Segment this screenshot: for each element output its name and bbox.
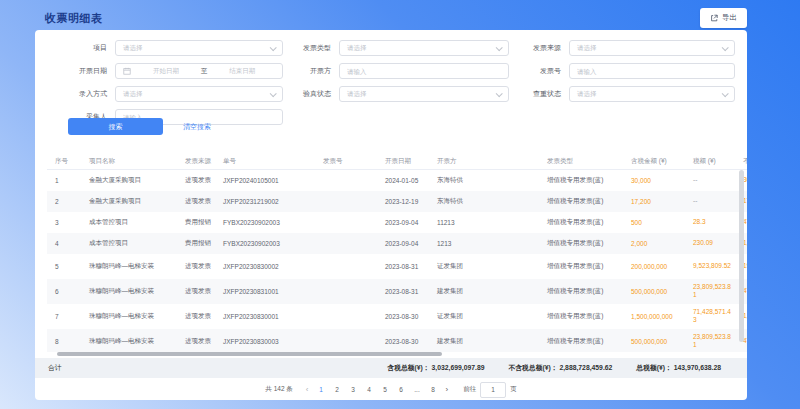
column-header: 项目名称 — [81, 154, 177, 170]
page-button[interactable]: 3 — [347, 386, 358, 393]
dup-status-select[interactable]: 请选择 — [569, 86, 735, 102]
entry-method-select[interactable]: 请选择 — [115, 86, 283, 102]
cell-date: 2023-09-04 — [377, 212, 429, 233]
page-button[interactable]: 1 — [315, 386, 326, 393]
cell-project: 珠穆朗玛峰—电梯安装 — [81, 279, 177, 304]
invoice-table-container: 序号项目名称发票来源单号发票号开票日期开票方发票类型含税金额 (¥)税额 (¥)… — [47, 154, 747, 352]
export-button[interactable]: 导出 — [700, 8, 747, 28]
column-header: 单号 — [215, 154, 315, 170]
chevron-down-icon — [270, 90, 277, 97]
cell-type: 增值税专用发票(蓝) — [539, 279, 623, 304]
table-row: 3成本管控项目费用报销FYBX202309020032023-09-041121… — [47, 212, 747, 233]
prev-page-button[interactable]: ‹ — [304, 386, 311, 394]
invoice-source-select[interactable]: 请选择 — [569, 40, 735, 56]
cell-date: 2024-01-05 — [377, 170, 429, 191]
column-header: 发票来源 — [177, 154, 215, 170]
pagination-bar: 共 142 条 ‹ 123456...8 › 前往 页 — [35, 381, 747, 398]
cell-no: 6 — [47, 279, 81, 304]
cell-date: 2023-09-04 — [377, 233, 429, 254]
invoice-type-select[interactable]: 请选择 — [339, 40, 509, 56]
top-bar: 收票明细表 导出 — [45, 7, 747, 29]
search-button[interactable]: 搜索 — [68, 118, 163, 135]
cell-source: 进项发票 — [177, 254, 215, 279]
cell-type: 增值税专用发票(蓝) — [539, 304, 623, 329]
invoice-date-range-picker[interactable]: 开始日期 至 结束日期 — [115, 63, 283, 79]
goto-page-input[interactable] — [480, 382, 506, 398]
cell-invoice_no — [315, 170, 377, 191]
cell-date: 2023-12-19 — [377, 191, 429, 212]
page-button[interactable]: 8 — [427, 386, 438, 393]
cell-tax: 28.3 — [685, 212, 735, 233]
summary-totals: 含税总额(¥)： 3,032,699,097.89不含税总额(¥)： 2,888… — [387, 363, 721, 373]
cell-tax: 23,809,523.81 — [685, 329, 735, 353]
cell-tax: 23,809,523.81 — [685, 279, 735, 304]
cell-type: 增值税专用发票(蓝) — [539, 254, 623, 279]
horizontal-scrollbar — [47, 352, 747, 357]
invoice-no-label: 发票号 — [509, 66, 569, 76]
column-header: 不含税金额 (¥) — [735, 154, 747, 170]
chevron-down-icon — [722, 90, 729, 97]
column-header: 发票号 — [315, 154, 377, 170]
table-row: 5珠穆朗玛峰—电梯安装进项发票JXFP202308300022023-08-31… — [47, 254, 747, 279]
next-page-button[interactable]: › — [443, 386, 450, 394]
cell-project: 珠穆朗玛峰—电梯安装 — [81, 329, 177, 353]
cell-source: 费用报销 — [177, 212, 215, 233]
cell-source: 进项发票 — [177, 170, 215, 191]
page-title: 收票明细表 — [45, 11, 103, 26]
cell-date: 2023-08-30 — [377, 304, 429, 329]
cell-order_no: JXFP20230830001 — [215, 304, 315, 329]
cell-type: 增值税专用发票(蓝) — [539, 191, 623, 212]
pagination-total-count: 共 142 条 — [265, 385, 292, 394]
cell-type: 增值税专用发票(蓝) — [539, 233, 623, 254]
page-button[interactable]: 4 — [363, 386, 374, 393]
cell-no: 5 — [47, 254, 81, 279]
cell-invoice_no — [315, 254, 377, 279]
cell-no: 8 — [47, 329, 81, 353]
cell-project: 金融大厦采购项目 — [81, 191, 177, 212]
table-row: 7珠穆朗玛峰—电梯安装进项发票JXFP202308300012023-08-30… — [47, 304, 747, 329]
column-header: 税额 (¥) — [685, 154, 735, 170]
column-header: 发票类型 — [539, 154, 623, 170]
issuer-input[interactable] — [339, 63, 509, 79]
cell-amount: 500 — [623, 212, 685, 233]
verify-status-select[interactable]: 请选择 — [339, 86, 509, 102]
calendar-icon — [123, 67, 131, 75]
horizontal-scrollbar-thumb[interactable] — [57, 352, 442, 356]
invoice-source-label: 发票来源 — [509, 43, 569, 53]
project-select[interactable]: 请选择 — [115, 40, 283, 56]
cell-type: 增值税专用发票(蓝) — [539, 329, 623, 353]
page-button[interactable]: 2 — [331, 386, 342, 393]
cell-issuer: 11213 — [429, 212, 539, 233]
cell-tax: 71,428,571.43 — [685, 304, 735, 329]
column-header: 含税金额 (¥) — [623, 154, 685, 170]
entry-method-label: 录入方式 — [49, 89, 115, 99]
table-row: 4成本管控项目费用报销FYBX202309020032023-09-041213… — [47, 233, 747, 254]
verify-status-label: 验真状态 — [283, 89, 339, 99]
cell-project: 金融大厦采购项目 — [81, 170, 177, 191]
main-card: 项目 请选择 发票类型 请选择 发票来源 请选择 开票日期 开始日期 至 结束日… — [35, 30, 747, 400]
page-button[interactable]: 5 — [379, 386, 390, 393]
invoice-no-input[interactable] — [569, 63, 735, 79]
cell-tax: -- — [685, 170, 735, 191]
cell-issuer: 1213 — [429, 233, 539, 254]
summary-item: 不含税总额(¥)： 2,888,728,459.62 — [508, 363, 612, 373]
cell-order_no: JXFP20230830002 — [215, 254, 315, 279]
cell-project: 珠穆朗玛峰—电梯安装 — [81, 304, 177, 329]
cell-order_no: FYBX20230902003 — [215, 212, 315, 233]
clear-search-link[interactable]: 清空搜索 — [183, 122, 211, 132]
page-button[interactable]: 6 — [395, 386, 406, 393]
vertical-scrollbar-thumb[interactable] — [739, 170, 744, 342]
cell-source: 进项发票 — [177, 304, 215, 329]
cell-project: 成本管控项目 — [81, 233, 177, 254]
cell-issuer: 证发集团 — [429, 254, 539, 279]
export-icon — [710, 14, 718, 22]
cell-amount: 500,000,000 — [623, 329, 685, 353]
cell-invoice_no — [315, 279, 377, 304]
cell-issuer: 东海特供 — [429, 170, 539, 191]
cell-invoice_no — [315, 191, 377, 212]
cell-no: 3 — [47, 212, 81, 233]
page-ellipsis[interactable]: ... — [411, 386, 422, 393]
chevron-down-icon — [722, 44, 729, 51]
cell-no: 2 — [47, 191, 81, 212]
cell-amount: 30,000 — [623, 170, 685, 191]
